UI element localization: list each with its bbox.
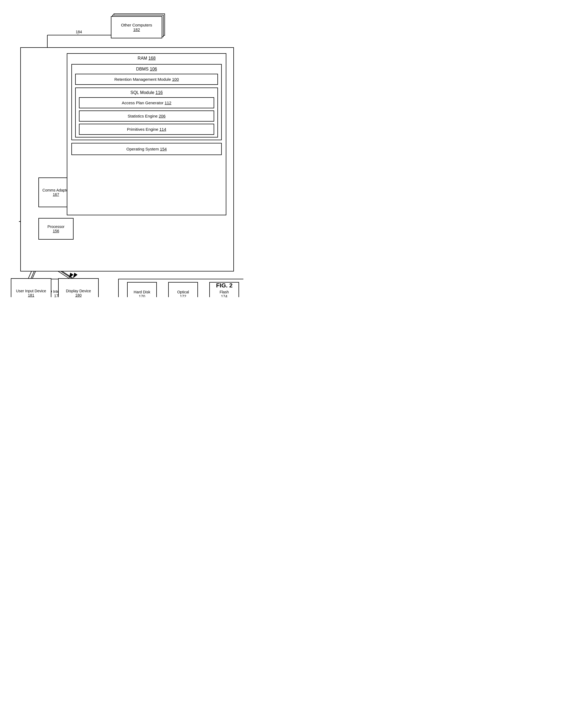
display-device-box: Display Device 180 [58, 278, 99, 297]
figure-label: FIG. 2 [216, 282, 233, 289]
other-computers-label: Other Computers [121, 23, 152, 27]
dbms-box: DBMS 106 Retention Management Module 100… [71, 64, 222, 140]
ram-box: RAM 168 DBMS 106 Retention Management Mo… [67, 53, 226, 215]
sql-box: SQL Module 116 Access Plan Generator 112… [75, 87, 218, 137]
diagram-container: 184 System Bus 160 [5, 5, 238, 292]
svg-text:184: 184 [76, 30, 82, 34]
other-computers-ref: 182 [133, 27, 140, 32]
processor-label: Processor [47, 225, 64, 229]
processor-ref: 156 [53, 229, 59, 233]
primitives-engine-box: Primitives Engine 114 [79, 124, 214, 135]
rmm-box: Retention Management Module 100 [75, 74, 218, 85]
comms-adapter-label: Comms Adapter [43, 188, 70, 192]
sql-label: SQL Module 116 [79, 90, 214, 95]
uid-label: User Input Device [16, 289, 46, 293]
processor-box: Processor 156 [39, 218, 74, 240]
uid-ref: 181 [28, 293, 34, 297]
user-input-device-box: User Input Device 181 [11, 278, 51, 297]
optical-box: Optical 172 [168, 282, 198, 297]
ram-label: RAM 168 [67, 54, 226, 62]
operating-system-box: Operating System 154 [71, 143, 222, 155]
dd-ref: 180 [75, 293, 81, 297]
statistics-engine-box: Statistics Engine 206 [79, 110, 214, 122]
computer-box: Comms Adapter 167 Processor 156 RAM 168 … [20, 47, 234, 271]
dd-label: Display Device [66, 289, 91, 293]
other-computers-box: Other Computers 182 [111, 16, 162, 38]
comms-adapter-ref: 167 [53, 192, 59, 197]
dbms-label: DBMS 106 [75, 67, 218, 72]
other-computers-stacked: Other Computers 182 [111, 14, 165, 38]
other-computers-area: Other Computers 182 [111, 14, 170, 38]
hard-disk-box: Hard Disk 170 [127, 282, 157, 297]
access-plan-generator-box: Access Plan Generator 112 [79, 97, 214, 108]
